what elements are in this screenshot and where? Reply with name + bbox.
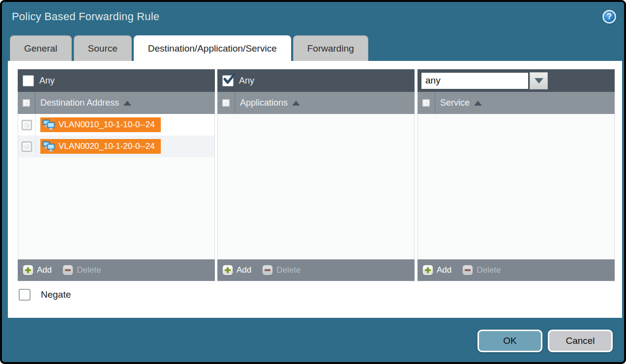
destination-address-column: Any Destination Address (18, 69, 215, 281)
service-dropdown-bar (417, 69, 615, 92)
service-list (417, 114, 615, 259)
service-header-label: Service (440, 98, 470, 108)
delete-label: Delete (477, 265, 501, 275)
destination-any-bar: Any (18, 69, 215, 92)
tab-general[interactable]: General (10, 35, 72, 61)
applications-footer: Add Delete (217, 259, 415, 281)
table-row[interactable]: VLAN0010_10-1-10-0--24 (18, 114, 214, 136)
tab-source[interactable]: Source (74, 35, 132, 61)
applications-column: Any Applications Add (217, 69, 415, 281)
applications-header[interactable]: Applications (217, 92, 415, 114)
network-address-icon (42, 119, 55, 130)
tab-forwarding[interactable]: Forwarding (293, 35, 368, 61)
add-button[interactable]: Add (222, 265, 251, 276)
sort-ascending-icon (123, 101, 131, 106)
negate-checkbox[interactable] (19, 289, 30, 301)
add-button[interactable]: Add (422, 265, 451, 276)
delete-minus-icon (62, 265, 73, 276)
service-dropdown-button[interactable] (530, 72, 548, 89)
row-checkbox[interactable] (22, 120, 32, 130)
screen: Policy Based Forwarding Rule ? General S… (0, 0, 626, 364)
address-object-chip[interactable]: VLAN0010_10-1-10-0--24 (40, 117, 161, 132)
delete-button[interactable]: Delete (62, 265, 101, 276)
negate-label: Negate (41, 289, 71, 300)
sort-ascending-icon (474, 101, 482, 106)
add-plus-icon (422, 265, 433, 276)
table-row[interactable]: VLAN0020_10-1-20-0--24 (18, 136, 214, 157)
service-selectall-checkbox[interactable] (422, 99, 430, 107)
service-header[interactable]: Service (417, 92, 615, 114)
delete-label: Delete (276, 265, 300, 275)
applications-header-label: Applications (240, 98, 288, 108)
service-column: Service Add Delete (417, 69, 615, 281)
cancel-button[interactable]: Cancel (548, 330, 613, 352)
delete-minus-icon (262, 265, 273, 276)
chevron-down-icon (535, 78, 543, 84)
destination-any-checkbox[interactable] (23, 75, 34, 86)
sort-ascending-icon (292, 101, 300, 106)
applications-selectall-cell (217, 92, 235, 114)
delete-label: Delete (77, 265, 101, 275)
service-dropdown-input[interactable] (421, 72, 529, 89)
destination-any-label: Any (39, 76, 55, 86)
row-checkbox[interactable] (22, 141, 32, 152)
destination-selectall-cell (18, 92, 35, 114)
address-object-label: VLAN0020_10-1-20-0--24 (59, 141, 155, 151)
destination-footer: Add Delete (18, 259, 215, 281)
delete-button[interactable]: Delete (262, 265, 300, 276)
applications-list (217, 114, 415, 259)
destination-header-label: Destination Address (40, 98, 119, 108)
add-label: Add (37, 265, 52, 275)
applications-any-label: Any (239, 76, 254, 86)
address-object-chip[interactable]: VLAN0020_10-1-20-0--24 (40, 139, 161, 154)
destination-address-header[interactable]: Destination Address (18, 92, 215, 114)
service-selectall-cell (417, 92, 435, 114)
destination-address-list: VLAN0010_10-1-10-0--24 (18, 114, 215, 259)
pbf-rule-dialog: Policy Based Forwarding Rule ? General S… (0, 0, 626, 364)
address-object-label: VLAN0010_10-1-10-0--24 (59, 120, 155, 130)
service-dropdown (421, 72, 548, 89)
delete-button[interactable]: Delete (462, 265, 501, 276)
applications-selectall-checkbox[interactable] (222, 99, 230, 107)
help-icon[interactable]: ? (602, 10, 616, 24)
service-footer: Add Delete (417, 259, 615, 281)
applications-any-bar: Any (217, 69, 415, 92)
content-panel: Any Destination Address (8, 61, 622, 318)
checkmark-icon (222, 73, 236, 86)
network-address-icon (42, 141, 55, 152)
delete-minus-icon (462, 265, 473, 276)
ok-button[interactable]: OK (477, 330, 542, 352)
add-plus-icon (222, 265, 233, 276)
tab-bar: General Source Destination/Application/S… (10, 35, 368, 61)
add-label: Add (237, 265, 251, 275)
applications-any-checkbox[interactable] (222, 75, 234, 86)
add-plus-icon (23, 265, 33, 276)
negate-row: Negate (19, 289, 71, 301)
destination-selectall-checkbox[interactable] (22, 99, 30, 107)
dialog-title: Policy Based Forwarding Rule (12, 10, 159, 23)
row-checkbox-cell (18, 114, 36, 136)
row-checkbox-cell (18, 136, 36, 157)
tab-destination-application-service[interactable]: Destination/Application/Service (134, 35, 291, 61)
add-button[interactable]: Add (23, 265, 52, 276)
add-label: Add (437, 265, 451, 275)
